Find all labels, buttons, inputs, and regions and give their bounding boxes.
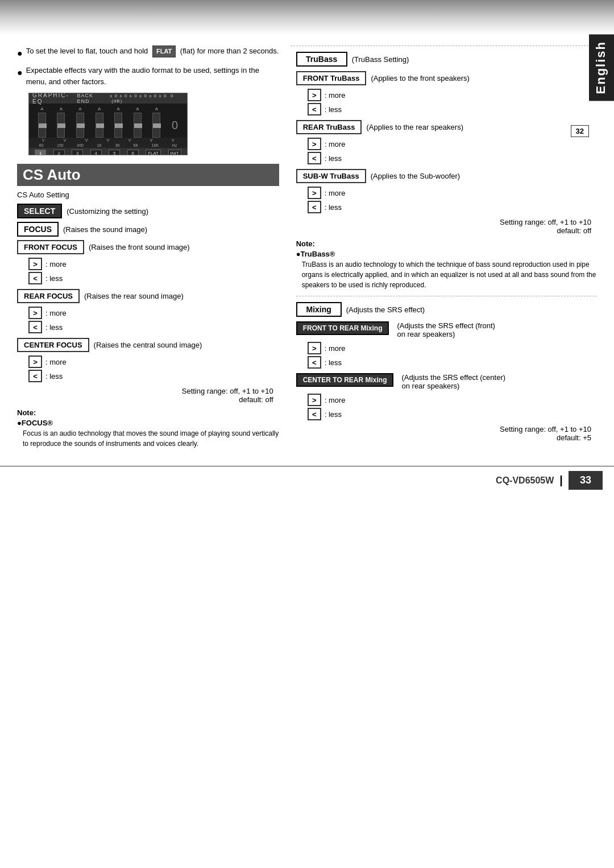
eq-btn-2[interactable]: 2 [53, 150, 65, 156]
center-rear-mixing-more-btn[interactable]: > [308, 394, 321, 406]
rear-focus-button[interactable]: REAR FOCUS [17, 289, 80, 303]
subw-trubass-row: SUB-W TruBass (Applies to the Sub-woofer… [296, 169, 597, 183]
rear-trubass-less-btn[interactable]: < [308, 152, 321, 164]
center-focus-desc: (Raises the central sound image) [94, 341, 202, 349]
center-focus-section: CENTER FOCUS (Raises the central sound i… [17, 338, 279, 382]
center-rear-mixing-label: CENTER TO REAR Mixing [303, 376, 387, 384]
center-focus-more-less: > : more < : less [28, 356, 279, 382]
rear-focus-more-label: : more [45, 309, 67, 317]
eq-btn-flat[interactable]: FLAT [146, 150, 161, 156]
front-rear-mixing-desc: (Adjusts the SRS effect (front) on rear … [397, 321, 495, 338]
rear-focus-less-btn[interactable]: < [28, 321, 42, 333]
front-focus-more-row: > : more [28, 258, 279, 270]
eq-slider-5: A [114, 106, 122, 138]
front-focus-less-btn[interactable]: < [28, 272, 42, 284]
center-rear-mixing-section: CENTER TO REAR Mixing (Adjusts the SRS e… [296, 373, 597, 420]
front-rear-mixing-less-btn[interactable]: < [308, 356, 321, 369]
front-focus-row: FRONT FOCUS (Raises the front sound imag… [17, 240, 279, 254]
front-focus-desc: (Raises the front sound image) [89, 243, 190, 251]
subw-trubass-button[interactable]: SUB-W TruBass [296, 169, 366, 183]
eq-btn-5[interactable]: 5 [109, 150, 120, 156]
front-trubass-more-btn[interactable]: > [308, 89, 321, 101]
front-rear-mixing-section: FRONT TO REAR Mixing (Adjusts the SRS ef… [296, 321, 597, 369]
trubass-range-text: Setting range: off, +1 to +10 [296, 218, 591, 226]
eq-btn-3[interactable]: 3 [72, 150, 83, 156]
mixing-button[interactable]: Mixing [296, 302, 342, 317]
subw-trubass-less-label: : less [325, 203, 342, 212]
center-focus-button[interactable]: CENTER FOCUS [17, 338, 89, 352]
front-focus-more-less: > : more < : less [28, 258, 279, 284]
center-focus-more-label: : more [45, 358, 67, 366]
mixing-range-text: Setting range: off, +1 to +10 [296, 425, 591, 433]
center-rear-mixing-more-label: : more [325, 396, 346, 404]
eq-preset-buttons: 1 2 3 4 5 6 FLAT INIT [29, 148, 187, 155]
bullet-item-2: ● Expectable effects vary with the audio… [17, 65, 279, 87]
front-rear-mixing-less-label: : less [325, 358, 342, 367]
bullet-dot-1: ● [17, 47, 23, 60]
focus-desc: (Raises the sound image) [63, 225, 147, 234]
front-focus-less-row: < : less [28, 272, 279, 284]
focus-button[interactable]: FOCUS [17, 222, 59, 237]
front-rear-mixing-more-less: > : more < : less [308, 342, 597, 369]
rear-trubass-more-less: > : more < : less [308, 138, 597, 164]
subw-trubass-more-label: : more [325, 189, 346, 197]
subw-trubass-more-btn[interactable]: > [308, 187, 321, 199]
center-rear-mixing-button[interactable]: CENTER TO REAR Mixing [296, 373, 394, 387]
front-trubass-label: FRONT TruBass [303, 74, 360, 82]
front-trubass-more-row: > : more [308, 89, 597, 101]
front-rear-mixing-label: FRONT TO REAR Mixing [303, 324, 383, 332]
front-trubass-less-row: < : less [308, 103, 597, 115]
front-trubass-button[interactable]: FRONT TruBass [296, 71, 367, 85]
bullet-item-1: ● To set the level to flat, touch and ho… [17, 46, 279, 60]
subw-trubass-label: SUB-W TruBass [303, 172, 359, 180]
front-rear-mixing-row: FRONT TO REAR Mixing (Adjusts the SRS ef… [296, 321, 597, 338]
subw-trubass-more-row: > : more [308, 187, 597, 199]
center-rear-mixing-row: CENTER TO REAR Mixing (Adjusts the SRS e… [296, 373, 597, 390]
eq-btn-6[interactable]: 6 [127, 150, 139, 156]
page-number-value: 32 [576, 127, 584, 135]
mixing-setting-range: Setting range: off, +1 to +10 default: +… [296, 425, 597, 442]
bullet1-prefix: To set the level to flat, touch and hold [26, 47, 148, 55]
rear-trubass-more-btn[interactable]: > [308, 138, 321, 150]
eq-slider-4: A [96, 106, 103, 138]
eq-btn-4[interactable]: 4 [90, 150, 102, 156]
footer-separator: | [559, 474, 563, 487]
front-rear-mixing-more-btn[interactable]: > [308, 342, 321, 354]
trubass-note-text: TruBass is an audio technology to which … [302, 259, 597, 290]
center-rear-mixing-less-btn[interactable]: < [308, 408, 321, 420]
front-rear-mixing-button[interactable]: FRONT TO REAR Mixing [296, 321, 389, 335]
center-focus-less-btn[interactable]: < [28, 370, 42, 382]
front-focus-more-label: : more [45, 260, 67, 268]
trubass-note-section: Note: ●TruBass® TruBass is an audio tech… [296, 239, 597, 290]
trubass-desc: (TruBass Setting) [352, 55, 409, 64]
trubass-button[interactable]: TruBass [296, 52, 347, 67]
top-decorative-bar [0, 0, 614, 34]
rear-focus-desc: (Raises the rear sound image) [84, 292, 184, 300]
center-focus-more-row: > : more [28, 356, 279, 368]
front-trubass-less-label: : less [325, 105, 342, 114]
trubass-setting-range: Setting range: off, +1 to +10 default: o… [296, 218, 597, 235]
center-focus-less-label: : less [45, 372, 63, 381]
front-focus-button[interactable]: FRONT FOCUS [17, 240, 84, 254]
eq-sliders-area: A A A A A [29, 104, 187, 138]
front-trubass-desc: (Applies to the front speakers) [371, 74, 469, 82]
center-focus-more-btn[interactable]: > [28, 356, 42, 368]
front-trubass-less-btn[interactable]: < [308, 103, 321, 115]
rear-focus-more-btn[interactable]: > [28, 307, 42, 319]
eq-btn-init[interactable]: INIT [168, 150, 181, 156]
eq-slider-3: A [76, 106, 84, 138]
footer-page-number: 33 [569, 471, 603, 490]
front-focus-less-label: : less [45, 274, 63, 283]
front-focus-more-btn[interactable]: > [28, 258, 42, 270]
eq-btn-1[interactable]: 1 [35, 150, 46, 156]
bullet-text-2: Expectable effects vary with the audio f… [26, 65, 279, 87]
select-button[interactable]: SELECT [17, 204, 62, 218]
subw-trubass-less-btn[interactable]: < [308, 201, 321, 213]
rear-trubass-more-label: : more [325, 140, 346, 148]
eq-slider-6: A [134, 106, 142, 138]
front-rear-mixing-less-row: < : less [308, 356, 597, 369]
rear-trubass-button[interactable]: REAR TruBass [296, 120, 362, 134]
center-rear-mixing-less-row: < : less [308, 408, 597, 420]
eq-slider-1: A [38, 106, 46, 138]
focus-label: FOCUS [24, 225, 52, 234]
